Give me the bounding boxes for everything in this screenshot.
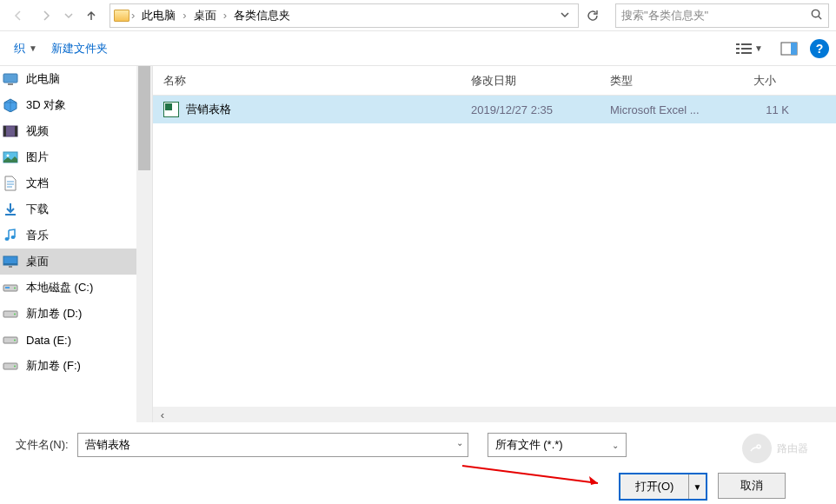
sidebar-item[interactable]: 下载 [0,196,136,222]
svg-point-23 [14,288,16,289]
file-type: Microsoft Excel ... [600,103,743,116]
drive-icon [2,358,19,374]
svg-rect-9 [3,74,17,83]
preview-pane-button[interactable] [775,38,803,59]
sidebar-item-label: 此电脑 [26,71,131,87]
scroll-left-button[interactable]: ‹ [153,408,172,421]
svg-rect-10 [8,83,13,85]
desktop-icon [2,254,19,269]
sidebar-item-label: 音乐 [26,228,131,243]
column-size[interactable]: 大小 [743,73,800,89]
breadcrumb-item[interactable]: 桌面 [189,8,222,23]
breadcrumb-dropdown[interactable] [557,9,569,22]
sidebar-item[interactable]: 新加卷 (F:) [0,353,136,379]
sidebar-item[interactable]: Data (E:) [0,327,136,353]
sidebar-item[interactable]: 此电脑 [0,66,136,92]
file-area-scrollbar[interactable]: ‹ [153,407,836,422]
download-icon [2,202,19,217]
column-date[interactable]: 修改日期 [461,73,600,89]
sidebar-item[interactable]: 视频 [0,118,136,144]
svg-point-27 [14,340,16,342]
sidebar-item[interactable]: 3D 对象 [0,92,136,118]
search-input[interactable]: 搜索"各类信息夹" [615,3,829,28]
nav-forward-button[interactable] [33,3,59,29]
sidebar-item-label: 视频 [26,123,131,139]
pc-icon [2,71,19,87]
sidebar-item[interactable]: 文档 [0,170,136,196]
column-type[interactable]: 类型 [600,73,743,89]
chevron-down-icon: ⌄ [612,441,619,450]
svg-rect-12 [3,126,6,136]
svg-rect-4 [741,48,752,50]
svg-rect-20 [9,266,12,268]
column-name[interactable]: 名称 [153,73,461,89]
svg-rect-19 [3,263,17,265]
nav-back-button[interactable] [5,3,31,29]
sidebar-item-label: 文档 [26,176,131,191]
sidebar-scrollbar[interactable] [136,66,152,422]
picture-icon [2,149,19,165]
sidebar-item[interactable]: 音乐 [0,222,136,249]
file-list: 营销表格2019/12/27 2:35Microsoft Excel ...11… [153,96,836,407]
sidebar-item-label: Data (E:) [26,334,131,347]
breadcrumb-item[interactable]: 各类信息夹 [229,8,295,23]
sidebar-item-label: 下载 [26,202,131,217]
filename-input[interactable] [77,433,468,457]
breadcrumb[interactable]: › 此电脑 › 桌面 › 各类信息夹 [109,3,579,28]
svg-rect-22 [5,287,10,288]
svg-rect-8 [791,43,797,55]
sidebar-item-label: 本地磁盘 (C:) [26,280,131,295]
open-dropdown-button[interactable]: ▼ [688,474,706,499]
new-folder-button[interactable]: 新建文件夹 [44,37,115,60]
svg-rect-1 [736,43,740,45]
sidebar-item-label: 3D 对象 [26,97,131,113]
svg-point-15 [7,155,10,157]
excel-file-icon [163,102,179,117]
folder-icon [114,10,129,22]
sidebar-item-label: 桌面 [26,254,131,269]
file-list-header: 名称 修改日期 类型 大小 [153,66,836,96]
drive-c-icon [2,280,19,295]
sidebar-item[interactable]: 桌面 [0,249,136,275]
nav-recent-dropdown[interactable] [61,3,76,29]
filename-label: 文件名(N): [16,437,69,453]
svg-rect-2 [741,43,752,45]
svg-point-17 [11,235,16,239]
search-placeholder: 搜索"各类信息夹" [621,8,806,23]
svg-point-25 [14,314,16,315]
music-icon [2,228,19,243]
nav-up-button[interactable] [78,3,104,29]
help-button[interactable]: ? [810,39,829,58]
3d-icon [2,97,19,113]
drive-icon [2,332,19,348]
doc-icon [2,176,19,191]
file-date: 2019/12/27 2:35 [461,103,600,116]
file-size: 11 K [743,103,800,116]
refresh-button[interactable] [579,3,607,28]
sidebar-item[interactable]: 图片 [0,144,136,170]
organize-button[interactable]: 织 ▼ [7,37,44,60]
sidebar-item-label: 新加卷 (F:) [26,358,131,374]
svg-point-0 [812,10,819,17]
open-button[interactable]: 打开(O) [620,474,688,499]
open-button-group: 打开(O) ▼ [619,473,707,501]
file-row[interactable]: 营销表格2019/12/27 2:35Microsoft Excel ...11… [153,96,836,123]
svg-rect-6 [741,52,752,54]
view-options-button[interactable]: ▼ [730,38,768,59]
cancel-button[interactable]: 取消 [718,473,786,499]
sidebar-item-label: 新加卷 (D:) [26,306,131,322]
svg-point-29 [14,366,16,368]
svg-rect-3 [736,48,740,50]
chevron-down-icon: ▼ [29,43,37,53]
sidebar: 此电脑3D 对象视频图片文档下载音乐桌面本地磁盘 (C:)新加卷 (D:)Dat… [0,66,136,422]
sidebar-item[interactable]: 本地磁盘 (C:) [0,275,136,301]
drive-icon [2,306,19,322]
svg-rect-13 [15,126,17,136]
search-icon [806,8,823,23]
file-name: 营销表格 [186,102,231,117]
file-type-filter[interactable]: 所有文件 (*.*) ⌄ [488,433,627,457]
breadcrumb-item[interactable]: 此电脑 [136,8,181,23]
sidebar-item[interactable]: 新加卷 (D:) [0,301,136,327]
svg-point-16 [5,237,10,241]
video-icon [2,123,19,139]
